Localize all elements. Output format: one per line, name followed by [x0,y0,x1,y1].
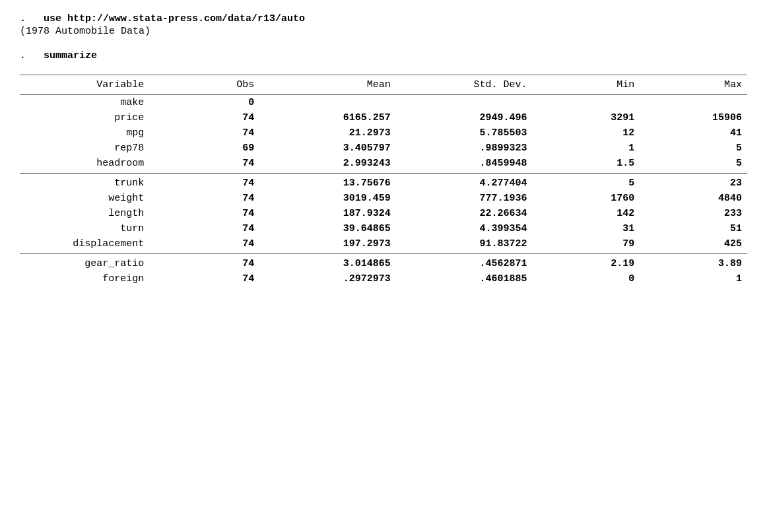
cell-std_dev: 2949.496 [396,110,533,125]
table-row: foreign74.2972973.460188501 [20,271,747,288]
cell-variable: price [20,110,152,125]
cell-mean: 187.9324 [259,206,396,221]
table-row: price746165.2572949.496329115906 [20,110,747,125]
cell-variable: rep78 [20,141,152,156]
cell-obs: 74 [152,236,259,254]
cell-min: 1 [532,141,640,156]
cell-std_dev: .8459948 [396,156,533,174]
cell-min: 2.19 [532,254,640,272]
cell-mean [259,95,396,111]
cell-std_dev: 22.26634 [396,206,533,221]
cell-max: 1 [640,271,747,288]
cell-std_dev: .4601885 [396,271,533,288]
cell-min: 12 [532,125,640,141]
cell-max: 23 [640,174,747,191]
cell-variable: foreign [20,271,152,288]
cell-max: 5 [640,141,747,156]
summarize-command: summarize [44,50,97,61]
cell-max: 15906 [640,110,747,125]
cell-mean: 13.75676 [259,174,396,191]
cell-mean: 3019.459 [259,191,396,206]
dot-prompt-1: . [20,13,26,24]
cell-std_dev: 91.83722 [396,236,533,254]
cell-min: 1760 [532,191,640,206]
cell-variable: weight [20,191,152,206]
cell-min: 1.5 [532,156,640,174]
cell-min: 31 [532,221,640,236]
cell-mean: 21.2973 [259,125,396,141]
use-command: use http://www.stata-press.com/data/r13/… [44,13,305,24]
cell-variable: trunk [20,174,152,191]
table-row: length74187.932422.26634142233 [20,206,747,221]
use-command-text [32,13,44,24]
cell-obs: 74 [152,206,259,221]
cell-variable: displacement [20,236,152,254]
cell-obs: 74 [152,191,259,206]
table-row: mpg7421.29735.7855031241 [20,125,747,141]
cell-mean: .2972973 [259,271,396,288]
header-std-dev: Std. Dev. [396,75,533,95]
cell-mean: 2.993243 [259,156,396,174]
cell-obs: 74 [152,156,259,174]
cell-variable: mpg [20,125,152,141]
cell-std_dev: 4.277404 [396,174,533,191]
cell-variable: gear_ratio [20,254,152,272]
header-obs: Obs [152,75,259,95]
cell-std_dev: 5.785503 [396,125,533,141]
cell-min [532,95,640,111]
cell-obs: 74 [152,254,259,272]
table-row: headroom742.993243.84599481.55 [20,156,747,174]
cell-std_dev: 777.1936 [396,191,533,206]
table-row: displacement74197.297391.8372279425 [20,236,747,254]
table-row: gear_ratio743.014865.45628712.193.89 [20,254,747,272]
cell-mean: 197.2973 [259,236,396,254]
cell-obs: 0 [152,95,259,111]
table-header-row: Variable Obs Mean Std. Dev. Min Max [20,75,747,95]
cell-max: 233 [640,206,747,221]
table-row: rep78693.405797.989932315 [20,141,747,156]
cell-obs: 74 [152,174,259,191]
cell-variable: length [20,206,152,221]
summarize-spacer [32,50,44,61]
table-row: make0 [20,95,747,111]
data-subtitle: (1978 Automobile Data) [20,26,747,37]
cell-mean: 3.405797 [259,141,396,156]
header-min: Min [532,75,640,95]
cell-min: 3291 [532,110,640,125]
header-mean: Mean [259,75,396,95]
cell-min: 0 [532,271,640,288]
header-max: Max [640,75,747,95]
cell-min: 5 [532,174,640,191]
cell-max: 425 [640,236,747,254]
cell-max: 3.89 [640,254,747,272]
summarize-table: Variable Obs Mean Std. Dev. Min Max make… [20,75,747,288]
cell-mean: 39.64865 [259,221,396,236]
cell-min: 142 [532,206,640,221]
cell-std_dev: 4.399354 [396,221,533,236]
cell-variable: turn [20,221,152,236]
cell-max: 41 [640,125,747,141]
cell-obs: 74 [152,110,259,125]
cell-std_dev: .9899323 [396,141,533,156]
cell-obs: 74 [152,125,259,141]
summarize-command-line: . summarize [20,50,747,61]
cell-mean: 6165.257 [259,110,396,125]
table-row: turn7439.648654.3993543151 [20,221,747,236]
cell-max: 5 [640,156,747,174]
cell-std_dev [396,95,533,111]
cell-std_dev: .4562871 [396,254,533,272]
table-row: trunk7413.756764.277404523 [20,174,747,191]
cell-mean: 3.014865 [259,254,396,272]
cell-obs: 74 [152,271,259,288]
cell-max [640,95,747,111]
cell-variable: headroom [20,156,152,174]
header-variable: Variable [20,75,152,95]
cell-min: 79 [532,236,640,254]
cell-obs: 74 [152,221,259,236]
table-row: weight743019.459777.193617604840 [20,191,747,206]
cell-variable: make [20,95,152,111]
cell-max: 4840 [640,191,747,206]
cell-max: 51 [640,221,747,236]
use-command-line: . use http://www.stata-press.com/data/r1… [20,13,747,24]
dot-prompt-2: . [20,50,26,61]
